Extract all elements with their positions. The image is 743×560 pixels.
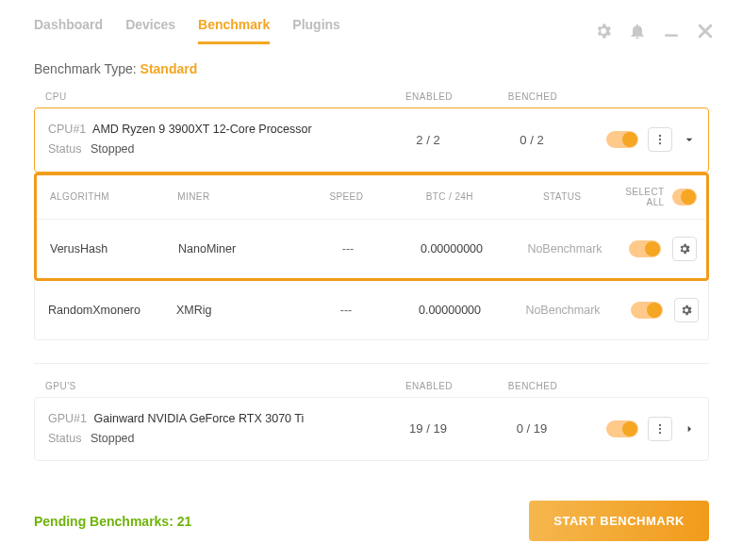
cpu-status-label: Status [48, 142, 81, 156]
cpu-enabled-count: 2 / 2 [376, 133, 480, 147]
gpu-name: Gainward NVIDIA GeForce RTX 3070 Ti [93, 412, 304, 425]
header-cpu: CPU [45, 91, 377, 102]
algorithm-row: RandomXmonero XMRig --- 0.00000000 NoBen… [34, 281, 709, 340]
select-all-toggle[interactable] [672, 189, 697, 206]
dots-vertical-icon [653, 133, 667, 146]
cpu-benched-count: 0 / 2 [480, 133, 584, 147]
tab-plugins[interactable]: Plugins [292, 17, 340, 44]
cpu-status-value: Stopped [91, 142, 135, 156]
chevron-down-icon [682, 132, 697, 147]
algorithm-row: VerusHash NanoMiner --- 0.00000000 NoBen… [37, 219, 706, 278]
alg-miner: XMRig [176, 304, 299, 317]
gpu-section-header: GPU'S ENABLED BENCHED [0, 375, 743, 397]
svg-point-4 [659, 424, 661, 426]
benchmark-type-label: Benchmark Type: [34, 61, 137, 76]
start-benchmark-button[interactable]: START BENCHMARK [529, 501, 709, 541]
benchmark-type: Benchmark Type: Standard [0, 44, 743, 86]
alg-name: VerusHash [46, 242, 178, 255]
hdr-algorithm: ALGORITHM [46, 191, 177, 202]
hdr-speed: SPEED [300, 191, 393, 202]
svg-point-3 [659, 142, 661, 144]
alg-row-settings-button[interactable] [672, 237, 697, 261]
alg-row-settings-button[interactable] [674, 298, 699, 322]
algorithm-highlighted-box: ALGORITHM MINER SPEED BTC / 24H STATUS S… [34, 173, 709, 281]
gpu-toggle[interactable] [606, 420, 638, 437]
alg-row-toggle[interactable] [629, 240, 661, 257]
tab-benchmark[interactable]: Benchmark [198, 17, 270, 44]
header-benched: BENCHED [481, 91, 585, 102]
cpu-toggle[interactable] [606, 131, 638, 148]
cpu-expand-button[interactable] [682, 132, 697, 147]
chevron-right-icon [682, 421, 697, 436]
hdr-status: STATUS [505, 191, 618, 202]
tab-devices[interactable]: Devices [125, 17, 175, 44]
gpu-card: GPU#1 Gainward NVIDIA GeForce RTX 3070 T… [34, 397, 709, 462]
alg-miner: NanoMiner [178, 242, 301, 255]
hdr-miner: MINER [177, 191, 299, 202]
svg-point-2 [659, 139, 661, 140]
header-gpu: GPU'S [45, 381, 377, 391]
pending-benchmarks: Pending Benchmarks: 21 [34, 514, 191, 529]
alg-name: RandomXmonero [44, 304, 176, 317]
gear-icon [680, 304, 693, 317]
gpu-benched-count: 0 / 19 [480, 421, 584, 436]
gpu-id: GPU#1 [48, 412, 87, 425]
algorithm-headers: ALGORITHM MINER SPEED BTC / 24H STATUS S… [37, 175, 706, 219]
hdr-btc24h: BTC / 24H [393, 191, 505, 202]
dots-vertical-icon [653, 422, 667, 436]
header-enabled: ENABLED [377, 381, 481, 391]
cpu-card: CPU#1 AMD Ryzen 9 3900XT 12-Core Process… [34, 107, 709, 173]
svg-rect-0 [665, 34, 677, 37]
alg-status: NoBenchmark [508, 242, 621, 255]
header-benched: BENCHED [481, 381, 585, 391]
divider [34, 363, 709, 364]
gpu-status-value: Stopped [91, 432, 135, 445]
gpu-enabled-count: 19 / 19 [376, 421, 480, 436]
cpu-name: AMD Ryzen 9 3900XT 12-Core Processor [92, 123, 312, 136]
tab-dashboard[interactable]: Dashboard [34, 17, 103, 44]
header-enabled: ENABLED [377, 91, 481, 102]
cpu-id: CPU#1 [48, 123, 86, 136]
gear-icon[interactable] [594, 22, 613, 41]
cpu-section-header: CPU ENABLED BENCHED [0, 86, 743, 107]
gpu-expand-button[interactable] [682, 421, 697, 436]
hdr-select-all: SELECT ALL [619, 187, 665, 207]
alg-status: NoBenchmark [506, 304, 619, 317]
svg-point-6 [659, 432, 661, 434]
bell-icon[interactable] [628, 22, 647, 41]
benchmark-type-value: Standard [140, 61, 198, 76]
alg-row-toggle[interactable] [631, 302, 663, 319]
nav-tabs: Dashboard Devices Benchmark Plugins [34, 17, 340, 44]
close-icon[interactable] [696, 22, 715, 41]
alg-speed: --- [299, 304, 393, 317]
svg-point-1 [659, 135, 661, 137]
svg-point-5 [659, 428, 661, 430]
alg-btc24h: 0.00000000 [395, 242, 508, 255]
alg-btc24h: 0.00000000 [393, 304, 506, 317]
alg-speed: --- [301, 242, 395, 255]
gpu-more-button[interactable] [648, 417, 672, 441]
gear-icon [678, 242, 691, 255]
minimize-icon[interactable] [662, 22, 681, 41]
cpu-more-button[interactable] [648, 127, 672, 152]
gpu-status-label: Status [48, 432, 81, 445]
